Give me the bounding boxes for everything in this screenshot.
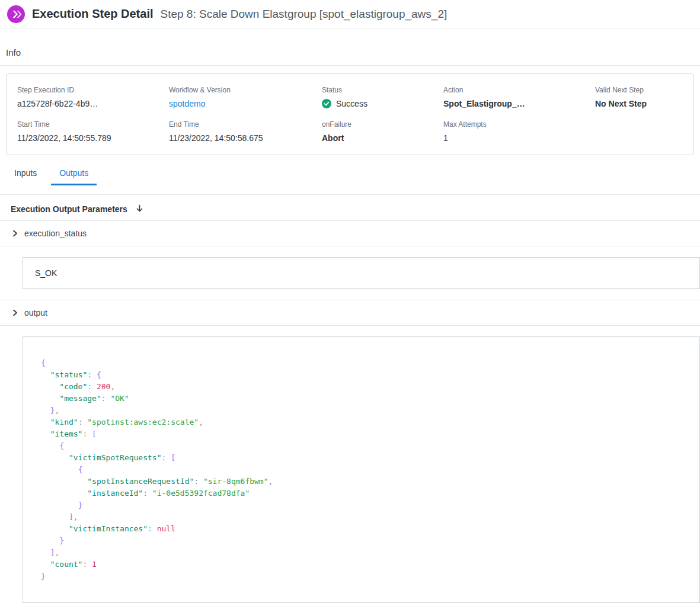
chevron-right-icon [11, 229, 19, 238]
param-value-box: S_OK [23, 257, 700, 289]
field-value: 11/23/2022, 14:50:58.675 [169, 133, 322, 143]
execution-status-value: S_OK [35, 268, 57, 278]
field-value: Abort [322, 133, 443, 143]
field-status: Status Success [322, 86, 443, 108]
param-row-execution-status[interactable]: execution_status [0, 221, 700, 246]
field-label: Step Execution ID [17, 86, 169, 94]
field-empty [595, 120, 683, 143]
param-name: execution_status [24, 229, 87, 238]
field-workflow-version: Workflow & Version spotdemo [169, 86, 322, 108]
field-value: 1 [443, 133, 595, 143]
info-row-1: Step Execution ID a125728f-6b22-4b9… Wor… [17, 86, 683, 108]
info-row-2: Start Time 11/23/2022, 14:50:55.789 End … [17, 120, 683, 143]
tab-outputs[interactable]: Outputs [51, 168, 97, 185]
field-action: Action Spot_Elastigroup_… [443, 86, 595, 108]
app-logo-icon [7, 5, 25, 23]
info-card: Step Execution ID a125728f-6b22-4b9… Wor… [6, 73, 694, 155]
field-step-execution-id: Step Execution ID a125728f-6b22-4b9… [17, 86, 169, 108]
output-params-header: Execution Output Parameters [0, 195, 700, 221]
workflow-link[interactable]: spotdemo [169, 99, 322, 108]
download-icon[interactable] [135, 204, 145, 214]
app-header: Execution Step Detail Step 8: Scale Down… [0, 0, 700, 28]
success-check-icon [322, 99, 331, 108]
tab-inputs[interactable]: Inputs [6, 168, 45, 185]
field-value: 11/23/2022, 14:50:55.789 [17, 133, 169, 143]
field-label: Workflow & Version [169, 86, 322, 94]
status-text: Success [336, 99, 367, 108]
field-max-attempts: Max Attempts 1 [443, 120, 595, 143]
output-params-title: Execution Output Parameters [11, 204, 127, 214]
field-label: Start Time [17, 120, 169, 129]
field-start-time: Start Time 11/23/2022, 14:50:55.789 [17, 120, 169, 143]
field-label: onFailure [322, 120, 443, 129]
field-value: Spot_Elastigroup_… [443, 99, 595, 108]
info-section-label: Info [0, 28, 700, 66]
field-label: Status [322, 86, 443, 94]
page-title: Execution Step Detail [32, 7, 154, 21]
output-json-code: { "status": { "code": 200, "message": "O… [41, 357, 682, 582]
field-value: No Next Step [595, 99, 683, 108]
chevron-right-icon [11, 309, 19, 317]
page-subtitle: Step 8: Scale Down Elastgroup [spot_elas… [161, 8, 448, 21]
field-label: End Time [169, 120, 322, 129]
tabs: Inputs Outputs [0, 168, 700, 185]
param-row-output[interactable]: output [0, 300, 700, 326]
output-json-box: { "status": { "code": 200, "message": "O… [23, 336, 700, 603]
field-label: Valid Next Step [595, 86, 683, 94]
param-name: output [24, 308, 47, 317]
status-badge: Success [322, 99, 443, 108]
field-value: a125728f-6b22-4b9… [17, 99, 169, 108]
field-end-time: End Time 11/23/2022, 14:50:58.675 [169, 120, 322, 143]
field-label: Max Attempts [443, 120, 595, 129]
field-on-failure: onFailure Abort [322, 120, 443, 143]
field-label: Action [443, 86, 595, 94]
field-valid-next-step: Valid Next Step No Next Step [595, 86, 683, 108]
